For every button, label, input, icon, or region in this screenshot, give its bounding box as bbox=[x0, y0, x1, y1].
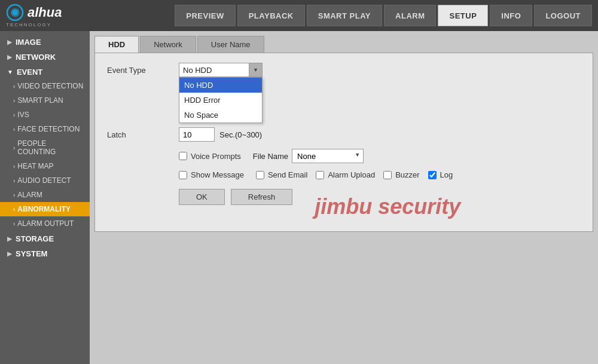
show-message-checkbox[interactable] bbox=[179, 171, 187, 179]
voice-prompts-checkbox[interactable] bbox=[179, 152, 187, 160]
content-area: HDD Network User Name Event Type No HDD … bbox=[90, 31, 598, 364]
dahua-logo-icon bbox=[6, 4, 24, 22]
dropdown-option-hdd-error[interactable]: HDD Error bbox=[179, 93, 262, 108]
sidebar-section-event[interactable]: ▼ EVENT bbox=[0, 64, 90, 79]
nav-logout[interactable]: LOGOUT bbox=[534, 5, 592, 26]
tab-network[interactable]: Network bbox=[140, 36, 196, 53]
sidebar-item-heat-map[interactable]: › HEAT MAP bbox=[0, 159, 90, 173]
sidebar-section-image[interactable]: ▶ IMAGE bbox=[0, 34, 90, 49]
sidebar-item-alarm-output[interactable]: › ALARM OUTPUT bbox=[0, 216, 90, 231]
sidebar-child-label: VIDEO DETECTION bbox=[17, 82, 83, 90]
child-arrow-icon: › bbox=[13, 83, 15, 90]
sidebar-child-label: FACE DETECTION bbox=[17, 125, 80, 133]
event-type-dropdown-list: No HDD HDD Error No Space bbox=[179, 77, 263, 123]
child-arrow-icon: › bbox=[13, 178, 15, 184]
tab-bar: HDD Network User Name bbox=[94, 36, 593, 53]
dropdown-option-no-space[interactable]: No Space bbox=[179, 108, 262, 123]
refresh-button[interactable]: Refresh bbox=[231, 189, 293, 205]
sidebar-item-smart-plan[interactable]: › SMART PLAN bbox=[0, 93, 90, 108]
sidebar-item-people-counting[interactable]: › PEOPLE COUNTING bbox=[0, 136, 90, 159]
voice-prompts-label: Voice Prompts bbox=[191, 152, 241, 161]
buzzer-checkbox[interactable] bbox=[383, 171, 392, 179]
child-arrow-icon: › bbox=[13, 163, 15, 170]
send-email-label: Send Email bbox=[268, 170, 307, 179]
nav-info[interactable]: INFO bbox=[490, 5, 532, 26]
enable-row: Enable bbox=[107, 95, 581, 104]
voice-prompts-control: Voice Prompts bbox=[179, 152, 241, 161]
child-arrow-icon: › bbox=[13, 126, 15, 133]
tab-user-name[interactable]: User Name bbox=[197, 36, 264, 53]
log-label: Log bbox=[440, 170, 453, 179]
child-arrow-icon: › bbox=[13, 97, 15, 104]
nav-smart-play[interactable]: SMART PLAY bbox=[307, 5, 382, 26]
sidebar-child-label: SMART PLAN bbox=[17, 96, 63, 105]
event-type-control: No HDD ▼ No HDD HDD Error No Space bbox=[179, 63, 263, 77]
arrow-icon: ▶ bbox=[7, 235, 12, 242]
voice-prompts-row: Voice Prompts File Name None bbox=[107, 149, 581, 163]
sidebar-child-label: AUDIO DETECT bbox=[17, 176, 71, 185]
sidebar-section-storage[interactable]: ▶ STORAGE bbox=[0, 231, 90, 246]
nav-preview[interactable]: PREVIEW bbox=[175, 5, 235, 26]
logo: alhua TECHNOLOGY bbox=[6, 2, 84, 29]
button-row: OK Refresh bbox=[107, 189, 581, 205]
sidebar-item-abnormality[interactable]: › ABNORMALITY bbox=[0, 202, 90, 216]
sidebar-label-image: IMAGE bbox=[16, 38, 41, 47]
sidebar-label-network: NETWORK bbox=[16, 53, 56, 62]
nav-playback[interactable]: PLAYBACK bbox=[237, 5, 305, 26]
sidebar-item-face-detection[interactable]: › FACE DETECTION bbox=[0, 122, 90, 136]
child-arrow-icon: › bbox=[13, 221, 15, 227]
file-name-dropdown[interactable]: None bbox=[292, 149, 364, 163]
child-arrow-icon: › bbox=[13, 145, 15, 151]
alarm-upload-group: Alarm Upload bbox=[316, 170, 375, 179]
sidebar-item-video-detection[interactable]: › VIDEO DETECTION bbox=[0, 79, 90, 93]
ok-button[interactable]: OK bbox=[179, 189, 225, 205]
sidebar-item-ivs[interactable]: › IVS bbox=[0, 108, 90, 122]
alarm-upload-label: Alarm Upload bbox=[328, 170, 375, 179]
log-checkbox[interactable] bbox=[428, 171, 437, 179]
svg-point-1 bbox=[13, 10, 17, 15]
tab-hdd[interactable]: HDD bbox=[94, 36, 139, 53]
file-name-label: File Name bbox=[253, 152, 288, 161]
send-email-checkbox[interactable] bbox=[256, 171, 264, 179]
sidebar-section-network[interactable]: ▶ NETWORK bbox=[0, 49, 90, 64]
sidebar: ▶ IMAGE ▶ NETWORK ▼ EVENT › VIDEO DETECT… bbox=[0, 31, 90, 364]
latch-unit: Sec.(0~300) bbox=[219, 130, 262, 139]
sidebar-child-label: ALARM bbox=[17, 191, 42, 199]
sidebar-section-system[interactable]: ▶ SYSTEM bbox=[0, 246, 90, 261]
alarm-upload-checkbox[interactable] bbox=[316, 171, 324, 179]
show-message-control: Show Message bbox=[179, 170, 244, 179]
sidebar-child-label: ABNORMALITY bbox=[17, 205, 71, 213]
dropdown-arrow-icon: ▼ bbox=[249, 63, 262, 77]
show-message-label: Show Message bbox=[191, 170, 244, 179]
child-arrow-icon: › bbox=[13, 112, 15, 118]
file-name-dropdown-wrapper: None bbox=[292, 149, 364, 163]
event-type-dropdown[interactable]: No HDD ▼ bbox=[179, 63, 263, 77]
sidebar-label-storage: STORAGE bbox=[16, 234, 54, 243]
sidebar-child-label: IVS bbox=[17, 111, 29, 119]
child-arrow-icon: › bbox=[13, 192, 15, 198]
buzzer-group: Buzzer bbox=[383, 170, 419, 179]
latch-control: Sec.(0~300) bbox=[179, 127, 262, 142]
sidebar-child-label: HEAT MAP bbox=[17, 162, 53, 170]
arrow-icon: ▶ bbox=[7, 39, 12, 45]
latch-input[interactable] bbox=[179, 127, 215, 142]
sidebar-label-event: EVENT bbox=[17, 68, 42, 77]
event-type-label: Event Type bbox=[107, 66, 179, 75]
sidebar-label-system: SYSTEM bbox=[16, 249, 47, 258]
nav-setup[interactable]: SETUP bbox=[438, 5, 488, 26]
logo-sub: TECHNOLOGY bbox=[6, 22, 84, 27]
dropdown-option-no-hdd[interactable]: No HDD bbox=[179, 78, 262, 93]
nav-alarm[interactable]: ALARM bbox=[384, 5, 436, 26]
latch-label: Latch bbox=[107, 130, 179, 139]
child-arrow-icon: › bbox=[13, 206, 15, 213]
form-panel: Event Type No HDD ▼ No HDD HDD Error No … bbox=[94, 53, 593, 232]
sidebar-item-alarm[interactable]: › ALARM bbox=[0, 188, 90, 202]
arrow-icon: ▶ bbox=[7, 250, 12, 257]
send-email-group: Send Email bbox=[256, 170, 307, 179]
arrow-icon: ▶ bbox=[7, 54, 12, 60]
buzzer-label: Buzzer bbox=[395, 170, 419, 179]
extra-options: Send Email Alarm Upload Buzzer Log bbox=[256, 170, 453, 179]
sidebar-item-audio-detect[interactable]: › AUDIO DETECT bbox=[0, 173, 90, 188]
log-group: Log bbox=[428, 170, 453, 179]
latch-row: Latch Sec.(0~300) bbox=[107, 127, 581, 142]
